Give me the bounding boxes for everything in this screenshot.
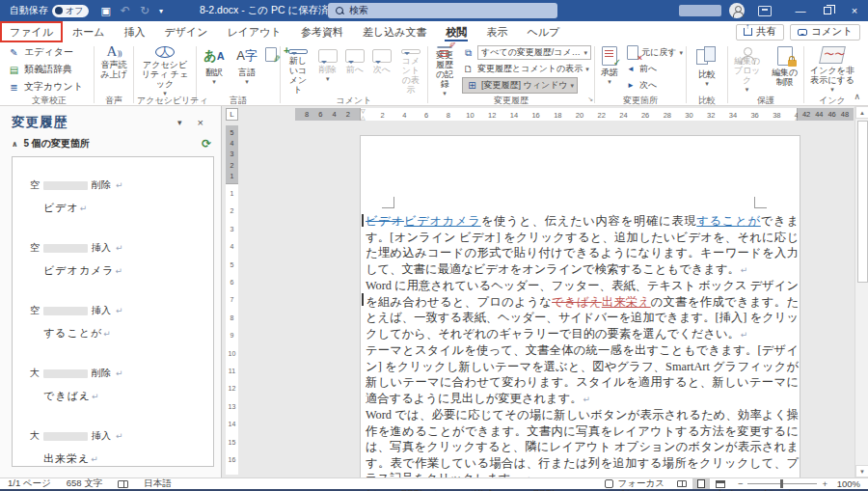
new-comment-button[interactable]: + 新しいコメント (284, 44, 312, 95)
reviewing-pane-button[interactable]: ⊞ [変更履歴] ウィンドウ (462, 77, 578, 94)
ribbon-group-ink: 〜〜 インクを非表示にする インク (805, 44, 859, 105)
ruler-number: 5 (226, 261, 238, 268)
tab-view[interactable]: 表示 (476, 21, 517, 42)
user-name-redacted (679, 5, 721, 16)
reject-button[interactable]: × 元に戻す (627, 44, 683, 61)
word-count-indicator[interactable]: 658 文字 (59, 477, 111, 490)
next-comment-button[interactable]: 次へ (370, 44, 393, 95)
revision-entry[interactable]: 空挿入↵することが↵ (30, 304, 205, 341)
document-title[interactable]: 8-2.docx - この PC に保存済み (200, 4, 345, 17)
tracking-dialog-launcher[interactable]: ↘ (587, 95, 593, 103)
horizontal-ruler[interactable]: 8642 ▽ △ △ 24681012141618202224262830323… (295, 108, 854, 121)
scroll-down-icon[interactable]: ▼ (855, 465, 868, 477)
restrict-editing-button[interactable]: 編集の制限 (769, 44, 800, 95)
revision-entry[interactable]: 大削除↵できばえ↵ (30, 367, 205, 403)
minimize-button[interactable]: — (787, 0, 814, 21)
check-accessibility-button[interactable]: 人 アクセシビリティ チェック (137, 44, 193, 95)
revision-entry[interactable]: 空挿入↵ビデオカメラ↵ (30, 241, 205, 278)
ruler-number: 6 (424, 111, 428, 120)
tab-insert[interactable]: 挿入 (115, 21, 155, 42)
ruler-number: 6 (318, 110, 322, 119)
zoom-in-button[interactable]: + (822, 478, 827, 489)
show-comments-button[interactable]: コメントの表示 (397, 44, 424, 95)
customize-qat-icon[interactable]: ▾ (159, 7, 163, 15)
web-layout-button[interactable] (712, 478, 729, 489)
tab-design[interactable]: デザイン (155, 21, 218, 42)
show-markup-button[interactable]: 🗋 変更履歴とコメントの表示 (462, 61, 589, 77)
display-for-review-dropdown[interactable]: ⧉ すべての変更履歴/コメ… (462, 44, 591, 61)
accept-button[interactable]: ✓ 承諾 (598, 44, 621, 95)
autosave-toggle[interactable]: 自動保存 オフ (10, 4, 89, 17)
restore-button[interactable] (814, 0, 841, 21)
delete-comment-button[interactable]: 削除 (316, 44, 339, 95)
text-run: テーマとスタイルを使って、文書全体の統一感を出すこともできます。[デザイン] を… (366, 343, 799, 405)
hanging-indent-marker[interactable]: △ (361, 114, 366, 121)
search-input[interactable]: 検索 (328, 3, 557, 18)
ruler-number: 20 (576, 111, 583, 120)
tab-file[interactable]: ファイル (0, 21, 63, 42)
first-line-indent-marker[interactable]: ▽ (361, 107, 366, 114)
redo-icon[interactable]: ↻ (140, 4, 149, 17)
collapse-summary-icon[interactable]: ∧ (12, 140, 18, 149)
scrollbar-thumb[interactable] (857, 121, 868, 283)
pane-close-icon[interactable]: × (190, 117, 211, 128)
proofing-status-icon[interactable] (118, 480, 128, 488)
zoom-level[interactable]: 100% (835, 478, 868, 489)
compare-button[interactable]: 比較 (690, 44, 724, 95)
focus-button[interactable]: フォーカス (617, 477, 671, 490)
tracked-change-insert: することが (696, 214, 761, 228)
tab-review[interactable]: 校閲 (436, 21, 476, 42)
autosave-state: オフ (66, 5, 83, 17)
ruler-number: 4 (231, 140, 234, 147)
tab-help[interactable]: ヘルプ (517, 21, 569, 42)
track-changes-button[interactable]: ✎ 変更履歴の記録 (431, 44, 458, 95)
undo-icon[interactable]: ↶ (121, 4, 130, 17)
share-button[interactable]: 共有 (736, 24, 784, 41)
vertical-scrollbar[interactable]: ▲ ▼ (854, 106, 868, 477)
tab-mailings[interactable]: 差し込み文書 (353, 21, 437, 42)
close-button[interactable]: × (841, 0, 868, 21)
tab-home[interactable]: ホーム (63, 21, 115, 42)
previous-comment-button[interactable]: 前へ (343, 44, 366, 95)
paragraph: Word に用意されているヘッダー、フッター、表紙、テキスト ボックス デザイン… (366, 278, 799, 342)
tab-layout[interactable]: レイアウト (218, 21, 291, 42)
thesaurus-button[interactable]: ▤類義語辞典 (8, 62, 72, 77)
revision-entry[interactable]: 大挿入↵出来栄え↵ (30, 429, 205, 466)
word-count-button[interactable]: ≣文字カウント (8, 79, 83, 95)
pane-options-icon[interactable]: ▾ (170, 118, 190, 127)
author-redacted (43, 432, 88, 441)
ruler-number: 28 (664, 111, 671, 120)
language-button[interactable]: A字 言語 (232, 44, 261, 95)
block-authors-button[interactable]: 編集のブロック (731, 44, 763, 95)
zoom-out-button[interactable]: − (738, 478, 744, 489)
tab-selector[interactable]: L (226, 108, 238, 121)
ruler-number: 42 (802, 110, 810, 119)
refresh-icon[interactable]: ⟳ (202, 137, 211, 150)
tab-references[interactable]: 参考資料 (291, 21, 353, 42)
ribbon-group-accessibility: 人 アクセシビリティ チェック アクセシビリティ (135, 44, 195, 105)
hide-ink-button[interactable]: 〜〜 インクを非表示にする (807, 44, 857, 95)
ribbon-display-options-icon[interactable] (758, 6, 772, 16)
ruler-number: 3 (231, 150, 234, 157)
editor-button[interactable]: ✎エディター (8, 44, 73, 60)
zoom-slider[interactable] (747, 483, 817, 484)
ruler-number: 46 (827, 110, 835, 119)
page-indicator[interactable]: 1/1 ページ (0, 477, 59, 490)
translate-button[interactable]: あA 翻訳 (200, 44, 229, 95)
revision-entry[interactable]: 空削除↵ビデオ↵ (30, 178, 205, 215)
read-mode-button[interactable] (673, 478, 691, 489)
read-aloud-button[interactable]: A)) 音声読み上げ (97, 44, 130, 95)
dictionary-register-button[interactable]: ✎ (265, 44, 277, 64)
previous-change-button[interactable]: ◄ 前へ (627, 61, 657, 77)
language-indicator[interactable]: 日本語 (136, 477, 179, 490)
collapse-ribbon-icon[interactable]: ∧ (854, 92, 860, 101)
print-layout-button[interactable] (692, 478, 710, 489)
vertical-ruler[interactable]: 54321 12345678910111213141516 (226, 125, 238, 475)
scroll-up-icon[interactable]: ▲ (855, 106, 868, 119)
document-page[interactable]: ビデオビデオカメラを使うと、伝えたい内容を明確に表現することができます。[オンラ… (360, 135, 800, 477)
comments-button[interactable]: コメント (790, 24, 860, 41)
account-avatar[interactable] (729, 3, 745, 18)
next-change-button[interactable]: ► 次へ (627, 77, 657, 94)
document-text[interactable]: ビデオビデオカメラを使うと、伝えたい内容を明確に表現することができます。[オンラ… (366, 213, 799, 491)
save-icon[interactable]: ▣ (100, 5, 110, 17)
